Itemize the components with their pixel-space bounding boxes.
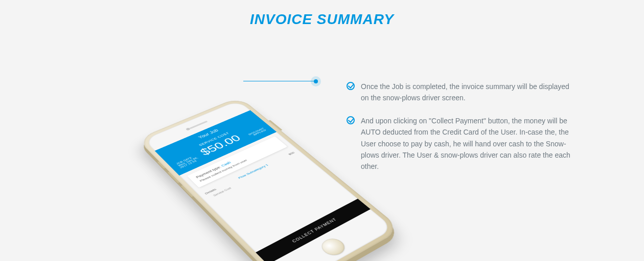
content-area: Your Job JOB DATE Wed, Dec 06, 2017 12:5… [0,28,644,261]
feature-text: Once the Job is completed, the invoice s… [361,81,577,104]
check-circle-icon [347,116,355,124]
job-date-block: JOB DATE Wed, Dec 06, 2017 12:53 [176,152,206,168]
check-circle-icon [347,82,355,90]
discount-block: DISCOUNT APPLIED [240,127,267,141]
collect-payment-button[interactable]: COLLECT PAYMENT [256,199,371,261]
feature-text: And upon clicking on "Collect Payment" b… [361,115,577,172]
connector-dot [314,79,318,83]
feature-list: Once the Job is completed, the invoice s… [347,81,577,184]
feature-item: And upon clicking on "Collect Payment" b… [347,115,577,172]
phone-mute-switch [157,161,166,169]
discount-label: DISCOUNT APPLIED [240,127,267,141]
connector-line [243,81,315,81]
page-title: INVOICE SUMMARY [0,0,644,28]
feature-item: Once the Job is completed, the invoice s… [347,81,577,104]
phone-home-button[interactable] [317,235,349,258]
